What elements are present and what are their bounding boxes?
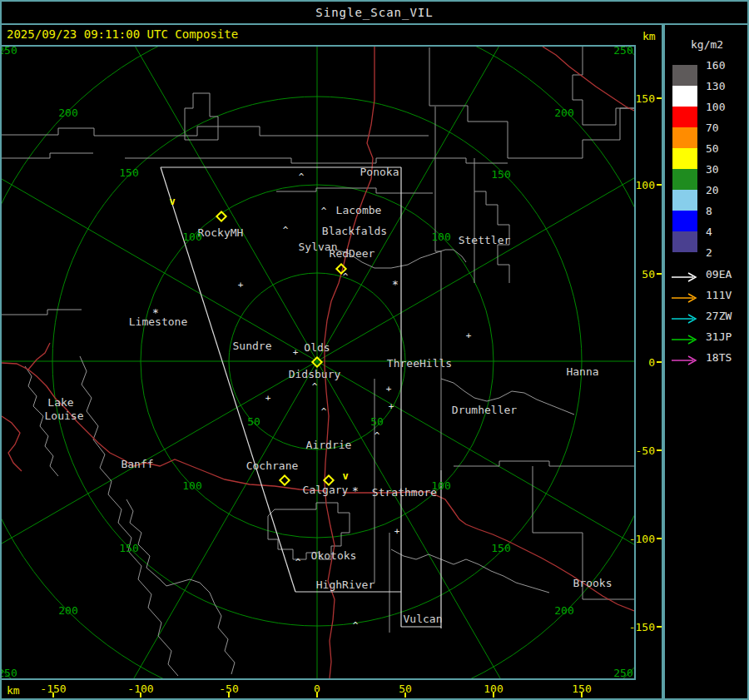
station-id-label: 27ZW xyxy=(706,310,732,322)
right-axis: 150100500-50-100-150 xyxy=(636,25,662,683)
station-arrow-icon xyxy=(671,314,701,324)
right-axis-tick-label: 0 xyxy=(648,356,655,369)
bottom-axis-tick xyxy=(316,693,318,698)
colorbar-swatch xyxy=(672,211,697,231)
right-axis-tick-label: -100 xyxy=(629,533,655,545)
town-caret-marker: ^ xyxy=(343,272,349,281)
colorbar-swatch xyxy=(672,169,697,190)
colorbar-swatch xyxy=(672,65,697,86)
colorbar-value-label: 70 xyxy=(706,122,719,134)
storm-arrow-marker: v xyxy=(169,196,175,206)
town-plus-marker: + xyxy=(466,331,472,340)
city-label: ThreeHills xyxy=(387,358,452,369)
city-label: Didsbury xyxy=(289,369,341,380)
town-plus-marker: + xyxy=(238,280,244,290)
station-legend-row: 09EA xyxy=(671,270,747,280)
town-star-marker: * xyxy=(392,279,399,290)
city-label: RockyMH xyxy=(198,227,244,238)
city-label: Lacombe xyxy=(336,205,382,216)
right-axis-tick xyxy=(657,273,662,275)
city-label: Strathmore xyxy=(372,487,437,498)
station-id-label: 18TS xyxy=(706,351,732,364)
city-label: Banff xyxy=(121,459,153,469)
station-id-label: 111V xyxy=(706,289,732,301)
city-label: Calgary xyxy=(303,484,349,495)
storm-arrow-marker: v xyxy=(342,471,348,481)
radar-viewer-window: Single_Scan_VIL 2025/09/23 09:11:00 UTC … xyxy=(0,0,749,700)
city-label: Okotoks xyxy=(311,550,357,561)
city-label: Louise xyxy=(45,410,84,421)
bottom-axis-tick xyxy=(581,693,583,698)
town-plus-marker: + xyxy=(293,348,299,357)
bottom-axis-tick xyxy=(140,693,141,698)
station-legend-row: 31JP xyxy=(671,332,747,342)
timestamp: 2025/09/23 09:11:00 UTC Composite xyxy=(7,27,238,41)
city-label: RedDeer xyxy=(330,248,375,259)
range-ring-label: 50 xyxy=(370,416,384,427)
range-ring-label: 100 xyxy=(431,231,450,242)
city-label: Olds xyxy=(304,342,330,353)
range-ring-label: 150 xyxy=(491,169,510,180)
colorbar-swatch xyxy=(672,231,697,252)
colorbar-value-label: 100 xyxy=(706,101,725,113)
city-label: Cochrane xyxy=(246,460,299,471)
city-label: Drumheller xyxy=(452,405,517,415)
range-ring-label: 100 xyxy=(182,231,201,242)
town-caret-marker: ^ xyxy=(283,226,289,235)
bottom-axis-tick xyxy=(228,693,230,698)
town-caret-marker: ^ xyxy=(353,621,359,630)
town-plus-marker: + xyxy=(394,527,400,536)
right-axis-tick-label: -150 xyxy=(629,621,655,633)
right-axis-tick xyxy=(657,97,662,99)
colorbar-value-label: 4 xyxy=(706,226,712,238)
town-caret-marker: ^ xyxy=(321,206,327,216)
range-ring-label: 200 xyxy=(58,605,77,616)
town-caret-marker: ^ xyxy=(295,558,301,567)
station-arrow-icon xyxy=(671,272,701,282)
range-ring-label: 100 xyxy=(431,480,450,491)
city-label: HighRiver xyxy=(316,579,374,590)
town-plus-marker: + xyxy=(265,394,271,403)
colorbar-unit-label: kg/m2 xyxy=(691,38,723,51)
city-label: Hanna xyxy=(566,366,598,377)
right-axis-tick-label: -50 xyxy=(636,444,655,457)
town-plus-marker: + xyxy=(389,402,394,411)
range-ring-label: 250 xyxy=(613,47,632,56)
bottom-axis-tick xyxy=(52,693,54,698)
colorbar-value-label: 50 xyxy=(706,142,719,155)
city-label: Ponoka xyxy=(360,166,399,177)
station-id-label: 09EA xyxy=(706,268,732,280)
station-arrow-icon xyxy=(671,355,701,365)
range-ring-label: 250 xyxy=(613,668,632,678)
range-ring-label: 200 xyxy=(58,107,77,118)
range-ring-label: 150 xyxy=(491,543,510,554)
town-caret-marker: ^ xyxy=(321,407,327,416)
colorbar-value-label: 2 xyxy=(706,246,712,259)
city-label: Blackfalds xyxy=(322,226,387,236)
range-ring-label: 250 xyxy=(2,668,17,678)
colorbar-swatch xyxy=(672,190,697,211)
bottom-axis-unit: km xyxy=(7,684,20,697)
range-ring-label: 200 xyxy=(554,605,573,616)
window-title: Single_Scan_VIL xyxy=(315,6,433,19)
range-ring-label: 200 xyxy=(554,107,573,118)
town-caret-marker: ^ xyxy=(374,431,380,440)
colorbar-swatch xyxy=(672,148,697,169)
town-caret-marker: ^ xyxy=(312,382,318,391)
right-axis-tick-label: 150 xyxy=(636,92,655,105)
title-bar: Single_Scan_VIL xyxy=(2,2,747,23)
colorbar-swatch xyxy=(672,127,697,148)
station-legend-row: 27ZW xyxy=(671,311,747,321)
radar-map[interactable]: PonokaLacombeBlackfaldsSylvanRedDeerStet… xyxy=(2,47,634,678)
station-legend-row: 18TS xyxy=(671,353,747,363)
colorbar-value-label: 20 xyxy=(706,184,719,196)
colorbar-value-label: 130 xyxy=(706,80,725,92)
range-ring-label: 150 xyxy=(119,543,138,554)
city-label: Brooks xyxy=(573,578,613,588)
right-axis-tick xyxy=(657,626,662,628)
city-label: Airdrie xyxy=(306,439,352,450)
range-ring-label: 50 xyxy=(247,416,260,427)
station-id-label: 31JP xyxy=(706,330,732,343)
bottom-axis: km -150-100-50050100150 xyxy=(0,680,662,698)
right-axis-tick xyxy=(657,538,662,539)
